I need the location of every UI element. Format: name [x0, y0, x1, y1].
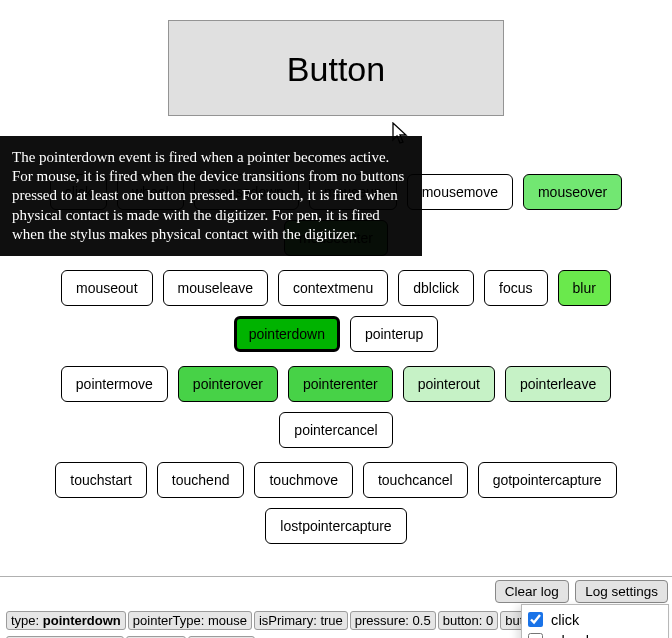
event-pill-mouseover[interactable]: mouseover [523, 174, 622, 210]
log-setting-label: click [551, 612, 579, 628]
log-area: type: pointerdownpointerType: mouseisPri… [0, 606, 672, 638]
event-pill-gotpointercapture[interactable]: gotpointercapture [478, 462, 617, 498]
log-setting-checkbox[interactable] [528, 633, 543, 638]
event-pill-pointerout[interactable]: pointerout [403, 366, 495, 402]
event-pill-touchstart[interactable]: touchstart [55, 462, 146, 498]
event-pill-contextmenu[interactable]: contextmenu [278, 270, 388, 306]
log-setting-wheel[interactable]: wheel [528, 630, 662, 638]
event-pill-mousemove[interactable]: mousemove [407, 174, 513, 210]
demo-area: Button [0, 0, 672, 136]
event-pill-lostpointercapture[interactable]: lostpointercapture [265, 508, 406, 544]
demo-button[interactable]: Button [168, 20, 504, 116]
log-toolbar: Clear log Log settings [0, 577, 672, 606]
event-pill-touchcancel[interactable]: touchcancel [363, 462, 468, 498]
event-pill-mouseleave[interactable]: mouseleave [163, 270, 269, 306]
log-setting-checkbox[interactable] [528, 612, 543, 627]
event-pill-pointerdown[interactable]: pointerdown [234, 316, 340, 352]
log-chip: isPrimary: true [254, 611, 348, 630]
log-settings-panel: clickwheelmousedownmouseupmousemovemouse… [521, 604, 669, 638]
event-pill-touchend[interactable]: touchend [157, 462, 245, 498]
log-chip: pointerType: mouse [128, 611, 252, 630]
log-chip: button: 0 [438, 611, 499, 630]
event-pill-row: pointermovepointeroverpointerenterpointe… [30, 366, 642, 448]
event-pill-pointerleave[interactable]: pointerleave [505, 366, 611, 402]
event-tooltip: The pointerdown event is fired when a po… [0, 136, 422, 256]
event-pill-pointerup[interactable]: pointerup [350, 316, 438, 352]
clear-log-button[interactable]: Clear log [495, 580, 569, 603]
log-settings-button[interactable]: Log settings [575, 580, 668, 603]
event-types-panel: clickwheelmousedownmouseupmousemovemouse… [0, 136, 672, 577]
event-pill-focus[interactable]: focus [484, 270, 547, 306]
event-pill-row: mouseoutmouseleavecontextmenudblclickfoc… [30, 270, 642, 352]
log-setting-label: wheel [551, 633, 589, 639]
event-pill-pointerover[interactable]: pointerover [178, 366, 278, 402]
event-pill-touchmove[interactable]: touchmove [254, 462, 352, 498]
log-chip: type: pointerdown [6, 611, 126, 630]
log-setting-click[interactable]: click [528, 609, 662, 630]
event-pill-mouseout[interactable]: mouseout [61, 270, 152, 306]
event-pill-pointercancel[interactable]: pointercancel [279, 412, 392, 448]
event-pill-pointermove[interactable]: pointermove [61, 366, 168, 402]
event-pill-pointerenter[interactable]: pointerenter [288, 366, 393, 402]
event-pill-blur[interactable]: blur [558, 270, 611, 306]
event-pill-dblclick[interactable]: dblclick [398, 270, 474, 306]
log-chip: pressure: 0.5 [350, 611, 436, 630]
event-pill-row: touchstarttouchendtouchmovetouchcancelgo… [30, 462, 642, 544]
